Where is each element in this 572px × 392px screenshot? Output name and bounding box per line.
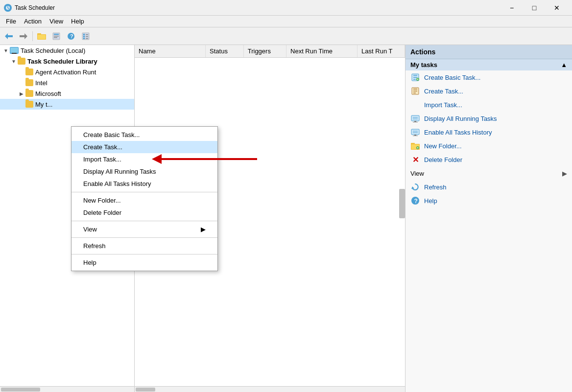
ctx-display-running[interactable]: Display All Running Tasks <box>72 165 217 178</box>
svg-rect-14 <box>83 36 85 37</box>
tree-item-mytasks[interactable]: ▶ My t... <box>0 99 134 110</box>
tree-item-library[interactable]: ▼ Task Scheduler Library <box>0 56 134 67</box>
svg-rect-7 <box>54 34 59 35</box>
folder-icon-mytasks <box>25 101 33 108</box>
ctx-import-task[interactable]: Import Task... <box>72 153 217 165</box>
hscroll-thumb[interactable] <box>1 388 40 392</box>
menu-file[interactable]: File <box>2 17 20 26</box>
col-next-run[interactable]: Next Run Time <box>286 45 358 57</box>
ctx-view[interactable]: View ▶ <box>72 223 217 235</box>
svg-text:?: ? <box>70 33 73 39</box>
create-basic-task-icon <box>410 72 420 82</box>
window-controls: − □ ✕ <box>500 0 568 16</box>
create-basic-task-label: Create Basic Task... <box>424 74 480 81</box>
close-button[interactable]: ✕ <box>546 0 568 16</box>
ctx-new-folder[interactable]: New Folder... <box>72 194 217 207</box>
hscroll-content-thumb[interactable] <box>136 388 155 392</box>
app-icon <box>4 4 12 12</box>
maximize-button[interactable]: □ <box>523 0 546 16</box>
action-create-task[interactable]: Create Task... <box>405 84 572 98</box>
import-task-label: Import Task... <box>424 101 462 109</box>
help-icon: ? <box>410 196 420 206</box>
delete-folder-icon: ✕ <box>410 155 420 164</box>
tree-library-label: Task Scheduler Library <box>27 58 97 65</box>
action-import-task[interactable]: Import Task... <box>405 98 572 112</box>
back-button[interactable] <box>2 29 16 43</box>
svg-rect-15 <box>83 38 85 39</box>
tree-item-agent[interactable]: ▶ Agent Activation Runt <box>0 67 134 77</box>
title-bar: Task Scheduler − □ ✕ <box>0 0 572 16</box>
folder-icon-intel <box>25 79 33 86</box>
properties-button[interactable] <box>49 29 63 43</box>
ctx-delete-folder[interactable]: Delete Folder <box>72 207 217 219</box>
ctx-refresh[interactable]: Refresh <box>72 240 217 252</box>
svg-rect-16 <box>86 34 88 35</box>
actions-section-mytasks[interactable]: My tasks ▲ <box>405 59 572 70</box>
toolbar-separator-1 <box>32 31 33 41</box>
expander-library: ▼ <box>10 57 18 65</box>
tree-intel-label: Intel <box>35 79 48 87</box>
menu-action[interactable]: Action <box>20 17 46 26</box>
action-refresh[interactable]: Refresh <box>405 180 572 194</box>
menu-view[interactable]: View <box>46 17 67 26</box>
svg-rect-35 <box>411 129 419 135</box>
svg-text:?: ? <box>414 198 418 205</box>
context-menu: Create Basic Task... Create Task... Impo… <box>71 126 218 271</box>
ctx-sep-3 <box>72 237 217 238</box>
enable-history-icon <box>410 127 420 137</box>
tree-item-local[interactable]: ▼ Task Scheduler (Local) <box>0 45 134 56</box>
svg-rect-32 <box>413 122 418 122</box>
help-label: Help <box>424 197 437 205</box>
vscroll-thumb[interactable] <box>399 189 405 218</box>
content-hscrollbar[interactable] <box>135 386 405 392</box>
action-help[interactable]: ? Help <box>405 194 572 208</box>
expander-microsoft: ▶ <box>18 90 25 97</box>
action-delete-folder[interactable]: ✕ Delete Folder <box>405 153 572 166</box>
help-toolbar-button[interactable]: ? <box>64 29 78 43</box>
ctx-help[interactable]: Help <box>72 256 217 269</box>
action-new-folder[interactable]: New Folder... <box>405 139 572 153</box>
tree-mytasks-label: My t... <box>35 101 52 108</box>
display-running-icon <box>410 114 420 123</box>
svg-rect-36 <box>414 135 416 136</box>
action-view[interactable]: View ▶ <box>405 166 572 180</box>
menu-help[interactable]: Help <box>67 17 88 26</box>
content-header: Name Status Triggers Next Run Time Last … <box>135 45 405 58</box>
col-last-run[interactable]: Last Run T <box>358 45 405 57</box>
svg-rect-37 <box>413 136 418 136</box>
forward-button[interactable] <box>17 29 30 43</box>
ctx-enable-history[interactable]: Enable All Tasks History <box>72 178 217 190</box>
svg-rect-18 <box>86 38 88 39</box>
col-triggers[interactable]: Triggers <box>244 45 286 57</box>
action-create-basic-task[interactable]: Create Basic Task... <box>405 70 572 84</box>
actions-panel: Actions My tasks ▲ Create Basic Task... <box>405 45 572 392</box>
tree-hscrollbar[interactable] <box>0 386 134 392</box>
tree-item-intel[interactable]: ▶ Intel <box>0 77 134 88</box>
toolbar: ? <box>0 27 572 45</box>
svg-marker-1 <box>5 33 13 39</box>
ctx-create-task[interactable]: Create Task... <box>72 141 217 153</box>
tree-item-microsoft[interactable]: ▶ Microsoft <box>0 88 134 99</box>
col-status[interactable]: Status <box>206 45 244 57</box>
svg-rect-5 <box>38 35 46 39</box>
folder-button[interactable] <box>35 29 48 43</box>
svg-marker-2 <box>20 33 27 39</box>
enable-history-label: Enable All Tasks History <box>424 129 492 136</box>
svg-rect-8 <box>54 36 59 37</box>
new-folder-label: New Folder... <box>424 142 462 150</box>
action-enable-history[interactable]: Enable All Tasks History <box>405 125 572 139</box>
refresh-icon <box>410 182 420 192</box>
refresh-label: Refresh <box>424 184 447 191</box>
ctx-create-basic-task[interactable]: Create Basic Task... <box>72 129 217 141</box>
svg-rect-17 <box>86 36 88 37</box>
svg-rect-31 <box>414 121 416 122</box>
col-name[interactable]: Name <box>135 45 206 57</box>
action-display-running[interactable]: Display All Running Tasks <box>405 112 572 125</box>
expander-local: ▼ <box>2 46 10 54</box>
minimize-button[interactable]: − <box>500 0 523 16</box>
view-button[interactable] <box>79 29 93 43</box>
menu-bar: File Action View Help <box>0 16 572 27</box>
import-task-icon <box>410 100 420 110</box>
view-label: View <box>410 170 424 177</box>
create-task-icon <box>410 86 420 96</box>
